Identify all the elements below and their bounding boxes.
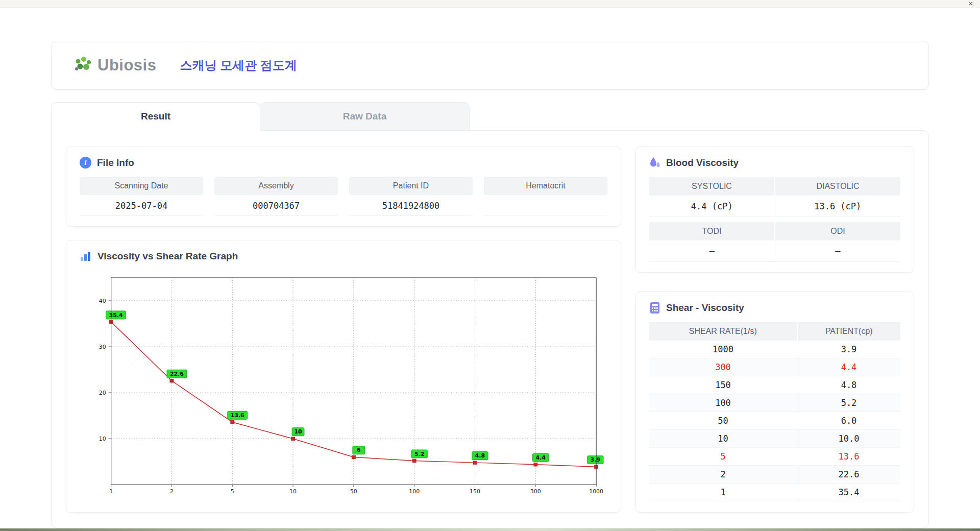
patient-cell: 6.0 — [797, 412, 900, 430]
field-hematocrit: Hematocrit — [484, 177, 607, 216]
field-label: Hematocrit — [484, 177, 607, 195]
field-scanning-date: Scanning Date 2025-07-04 — [80, 177, 203, 216]
graph-header: Viscosity vs Shear Rate Graph — [80, 251, 607, 262]
bar-chart-icon — [80, 251, 92, 262]
patient-cell: 5.2 — [797, 394, 900, 412]
patient-cell: 4.8 — [797, 376, 900, 394]
svg-text:5.2: 5.2 — [414, 451, 424, 457]
close-icon[interactable]: × — [968, 0, 973, 8]
file-info-fields: Scanning Date 2025-07-04 Assembly 000704… — [80, 177, 607, 216]
table-row: 513.6 — [649, 448, 900, 466]
blood-viscosity-header: Blood Viscosity — [649, 157, 900, 169]
table-row: 1005.2 — [649, 394, 900, 412]
table-row: 3004.4 — [649, 358, 900, 376]
window-titlebar: × — [0, 0, 980, 8]
water-drop-icon — [649, 157, 660, 169]
shear-rate-cell: 1 — [649, 484, 797, 501]
svg-text:50: 50 — [350, 489, 357, 495]
shear-viscosity-table: SHEAR RATE(1/s) PATIENT(cp) 10003.9 3004… — [649, 322, 900, 501]
svg-text:1: 1 — [109, 489, 113, 495]
bv-value-cell: 13.6 (cP) — [775, 196, 901, 217]
bv-value-cell: – — [649, 240, 775, 262]
app-window: Ubiosis 스캐닝 모세관 점도계 Result Raw Data i Fi… — [0, 8, 980, 528]
bv-value-row: – – — [649, 240, 900, 262]
shear-rate-cell: 100 — [649, 394, 797, 412]
table-row: 135.4 — [649, 484, 900, 501]
calculator-icon — [649, 302, 660, 314]
ubiosis-logo: Ubiosis — [73, 56, 156, 75]
field-value: 51841924800 — [349, 195, 473, 216]
tab-result[interactable]: Result — [51, 102, 260, 131]
patient-cell: 3.9 — [797, 341, 900, 358]
bv-header-cell: DIASTOLIC — [775, 177, 900, 196]
app-title: 스캐닝 모세관 점도계 — [180, 57, 297, 74]
sv-header-row: SHEAR RATE(1/s) PATIENT(cp) — [649, 322, 900, 341]
field-assembly: Assembly 000704367 — [214, 177, 338, 216]
bv-value-cell: – — [775, 240, 901, 262]
tab-raw-data[interactable]: Raw Data — [260, 102, 470, 131]
patient-cell: 35.4 — [797, 484, 900, 501]
patient-cell: 10.0 — [797, 430, 900, 448]
app-header: Ubiosis 스캐닝 모세관 점도계 — [51, 41, 929, 90]
blood-viscosity-table: SYSTOLIC DIASTOLIC 4.4 (cP) 13.6 (cP) TO… — [649, 177, 900, 262]
viscosity-chart: 102030401251050100150300100035.422.613.6… — [80, 270, 607, 502]
bv-header-cell: SYSTOLIC — [649, 177, 775, 196]
svg-text:4.4: 4.4 — [536, 454, 546, 461]
sv-col-shear-rate: SHEAR RATE(1/s) — [649, 322, 797, 341]
bv-header-row: TODI ODI — [649, 222, 900, 240]
bv-header-cell: ODI — [775, 222, 900, 240]
shear-rate-cell: 150 — [649, 376, 797, 394]
field-value — [484, 195, 607, 215]
svg-text:5: 5 — [231, 489, 234, 495]
shear-viscosity-card: Shear - Viscosity SHEAR RATE(1/s) PATIEN… — [635, 291, 914, 513]
result-panel: i File Info Scanning Date 2025-07-04 Ass… — [51, 130, 929, 528]
patient-cell: 4.4 — [797, 358, 900, 376]
shear-rate-cell: 300 — [649, 358, 797, 376]
file-info-title: File Info — [97, 157, 134, 168]
bv-value-cell: 4.4 (cP) — [649, 196, 775, 217]
svg-text:20: 20 — [99, 390, 106, 396]
svg-text:40: 40 — [99, 298, 106, 304]
svg-text:4.8: 4.8 — [475, 453, 485, 460]
left-column: i File Info Scanning Date 2025-07-04 Ass… — [66, 146, 621, 513]
field-value: 000704367 — [214, 195, 338, 216]
shear-viscosity-header: Shear - Viscosity — [649, 302, 900, 314]
table-row: 1504.8 — [649, 376, 900, 394]
info-icon: i — [80, 157, 91, 168]
sv-col-patient: PATIENT(cp) — [797, 322, 900, 341]
svg-text:1000: 1000 — [589, 489, 603, 495]
field-label: Scanning Date — [80, 177, 203, 195]
svg-text:3.9: 3.9 — [591, 457, 600, 464]
viscosity-chart-svg: 102030401251050100150300100035.422.613.6… — [80, 270, 607, 502]
table-row: 506.0 — [649, 412, 900, 430]
logo-text: Ubiosis — [97, 56, 156, 75]
svg-text:10: 10 — [289, 489, 297, 495]
shear-viscosity-title: Shear - Viscosity — [666, 302, 744, 313]
field-label: Patient ID — [349, 177, 473, 195]
bv-value-row: 4.4 (cP) 13.6 (cP) — [649, 196, 900, 217]
svg-text:2: 2 — [170, 489, 174, 495]
bv-header-row: SYSTOLIC DIASTOLIC — [649, 177, 900, 196]
shear-rate-cell: 1000 — [649, 341, 797, 358]
bv-header-cell: TODI — [649, 222, 775, 240]
tab-bar: Result Raw Data — [51, 102, 929, 131]
svg-text:13.6: 13.6 — [231, 412, 244, 419]
field-label: Assembly — [214, 177, 338, 195]
svg-text:30: 30 — [99, 344, 106, 350]
svg-text:6: 6 — [357, 447, 361, 454]
patient-cell: 13.6 — [797, 448, 900, 466]
svg-text:10: 10 — [294, 429, 302, 436]
svg-text:10: 10 — [99, 436, 106, 442]
svg-text:150: 150 — [470, 489, 480, 495]
graph-title: Viscosity vs Shear Rate Graph — [97, 251, 238, 262]
table-row: 222.6 — [649, 466, 900, 484]
graph-card: Viscosity vs Shear Rate Graph 1020304012… — [66, 240, 621, 513]
leaf-icon — [73, 57, 93, 74]
shear-rate-cell: 10 — [649, 430, 797, 448]
svg-text:22.6: 22.6 — [170, 371, 184, 377]
field-value: 2025-07-04 — [80, 195, 203, 216]
desktop-edge — [0, 528, 980, 531]
file-info-header: i File Info — [80, 157, 607, 168]
right-column: Blood Viscosity SYSTOLIC DIASTOLIC 4.4 (… — [635, 146, 914, 513]
blood-viscosity-card: Blood Viscosity SYSTOLIC DIASTOLIC 4.4 (… — [635, 146, 914, 273]
